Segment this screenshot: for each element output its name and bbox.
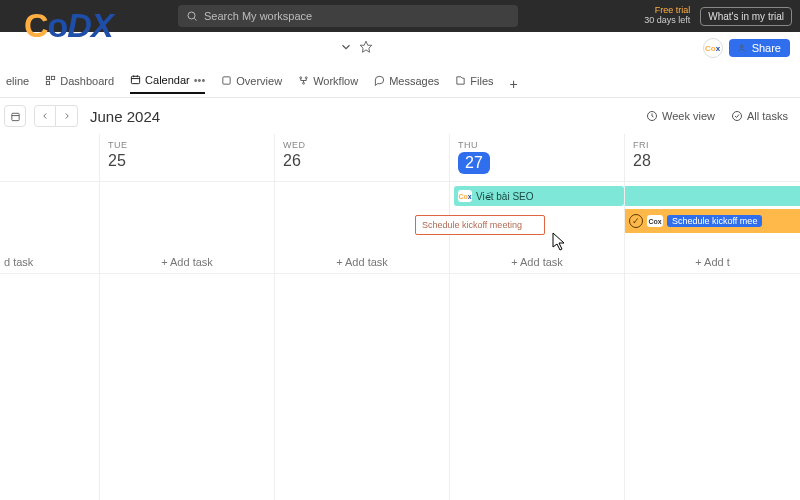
star-icon[interactable] (359, 40, 373, 57)
task-avatar: Cox (458, 190, 472, 202)
whats-in-trial-button[interactable]: What's in my trial (700, 7, 792, 26)
tab-messages[interactable]: Messages (374, 75, 439, 93)
check-circle-icon: ✓ (629, 214, 643, 228)
messages-icon (374, 75, 385, 86)
subbar: Cox Share (0, 32, 800, 64)
add-task-button[interactable]: Add task (511, 256, 563, 268)
tab-files[interactable]: Files (455, 75, 493, 93)
day-column-wed: WED 26 Add task (275, 134, 450, 500)
trial-line2: 30 days left (644, 16, 690, 26)
svg-point-18 (733, 112, 742, 121)
tab-timeline[interactable]: eline (6, 75, 29, 93)
day-header: WED 26 (275, 134, 449, 182)
clock-icon (646, 110, 658, 122)
overview-icon (221, 75, 232, 86)
day-column-partial: d task (0, 134, 100, 500)
day-column-fri: FRI 28 ✓ Cox Schedule kickoff mee Add t (625, 134, 800, 500)
brand-logo: CoDX (24, 6, 113, 45)
calendar-controls: June 2024 Week view All tasks (0, 98, 800, 134)
search-input[interactable]: Search My workspace (178, 5, 518, 27)
chevron-right-icon (62, 111, 72, 121)
svg-point-13 (305, 77, 307, 79)
svg-line-1 (194, 18, 196, 20)
day-header: TUE 25 (100, 134, 274, 182)
search-icon (186, 10, 198, 22)
day-column-tue: TUE 25 Add task (100, 134, 275, 500)
add-task-button[interactable]: Add task (161, 256, 213, 268)
day-header (0, 134, 99, 182)
task-viet-bai-seo[interactable]: Cox Viết bài SEO (454, 186, 624, 206)
new-task-placeholder: Schedule kickoff meeting (422, 220, 522, 230)
svg-point-14 (303, 82, 305, 84)
topbar-right: Free trial 30 days left What's in my tri… (644, 6, 792, 26)
cursor-icon (552, 232, 568, 252)
tab-calendar[interactable]: Calendar ••• (130, 74, 205, 94)
day-header: THU 27 (450, 134, 624, 182)
new-task-input[interactable]: Schedule kickoff meeting (415, 215, 545, 235)
topbar: Search My workspace Free trial 30 days l… (0, 0, 800, 32)
chevron-left-icon (40, 111, 50, 121)
workflow-icon (298, 75, 309, 86)
svg-rect-6 (47, 81, 50, 84)
add-task-row: d task (0, 250, 99, 274)
add-task-button[interactable]: Add t (695, 256, 730, 268)
check-circle-icon (731, 110, 743, 122)
svg-rect-11 (223, 77, 230, 84)
trial-info: Free trial 30 days left (644, 6, 690, 26)
svg-marker-2 (360, 41, 372, 52)
add-task-button[interactable]: Add task (336, 256, 388, 268)
dashboard-icon (45, 75, 56, 86)
search-placeholder: Search My workspace (204, 10, 312, 22)
workspace-avatar[interactable]: Cox (703, 38, 723, 58)
next-button[interactable] (56, 105, 78, 127)
task-schedule-kickoff[interactable]: ✓ Cox Schedule kickoff mee (625, 209, 800, 233)
calendar-icon (130, 74, 141, 85)
tabs: eline Dashboard Calendar ••• Overview Wo… (0, 70, 800, 98)
all-tasks-button[interactable]: All tasks (731, 110, 788, 122)
files-icon (455, 75, 466, 86)
svg-rect-15 (11, 113, 18, 120)
day-header: FRI 28 (625, 134, 800, 182)
add-tab-button[interactable]: + (510, 76, 518, 92)
home-day-button[interactable] (4, 105, 26, 127)
share-button[interactable]: Share (729, 39, 790, 57)
svg-rect-7 (131, 76, 139, 83)
task-title: Viết bài SEO (476, 191, 534, 202)
week-view-button[interactable]: Week view (646, 110, 715, 122)
svg-rect-5 (52, 76, 55, 79)
calendar-more-icon[interactable]: ••• (194, 74, 206, 86)
svg-point-0 (188, 12, 195, 19)
day-column-thu: THU 27 Cox Viết bài SEO Add task (450, 134, 625, 500)
tab-workflow[interactable]: Workflow (298, 75, 358, 93)
month-title: June 2024 (90, 108, 160, 125)
task-avatar: Cox (647, 215, 663, 227)
svg-rect-4 (47, 76, 50, 79)
tab-overview[interactable]: Overview (221, 75, 282, 93)
task-viet-bai-seo-cont[interactable] (625, 186, 800, 206)
color-swatch-icon[interactable] (339, 40, 353, 57)
task-title: Schedule kickoff mee (667, 215, 762, 227)
svg-point-3 (740, 45, 743, 48)
svg-point-12 (300, 77, 302, 79)
tab-dashboard[interactable]: Dashboard (45, 75, 114, 93)
prev-button[interactable] (34, 105, 56, 127)
calendar-grid: d task TUE 25 Add task WED 26 Add task T… (0, 134, 800, 500)
add-task-button[interactable]: d task (4, 256, 33, 268)
people-icon (738, 43, 748, 53)
